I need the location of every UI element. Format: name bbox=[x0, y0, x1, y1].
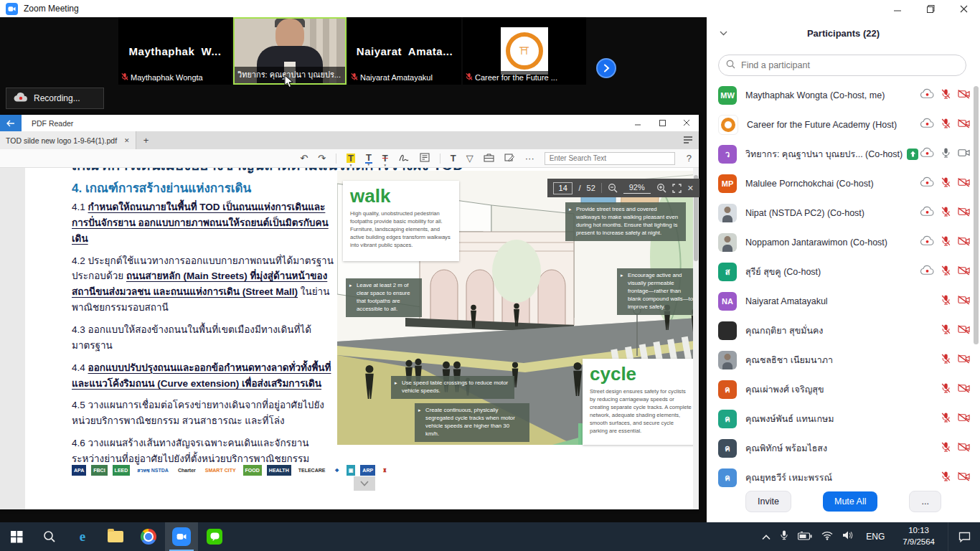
muted-mic-icon[interactable] bbox=[941, 88, 951, 103]
video-tile[interactable]: ⛩Career for the Future ... bbox=[463, 17, 586, 85]
participant-row[interactable]: คคุณพิทักษ์ พร้อมไธสง bbox=[707, 433, 980, 463]
pdf-document-tab[interactable]: TOD silde new logo 1-9-64(1).pdf ✕ bbox=[0, 131, 136, 149]
add-text-icon[interactable]: T bbox=[451, 154, 456, 163]
participant-row[interactable]: Nipat (NSTDA PC2) (Co-host) bbox=[707, 198, 980, 227]
taskbar-search-icon[interactable] bbox=[33, 522, 66, 551]
mic-on-icon[interactable] bbox=[941, 147, 951, 161]
muted-mic-icon[interactable] bbox=[941, 324, 951, 338]
muted-mic-icon[interactable] bbox=[941, 353, 951, 367]
muted-mic-icon[interactable] bbox=[941, 382, 951, 397]
current-page-input[interactable]: 14 bbox=[553, 182, 573, 194]
camera-on-icon[interactable] bbox=[958, 148, 970, 161]
participant-row[interactable]: ววิทยากร: คุณฐาปนา บุณยปร... (Co-host) bbox=[707, 139, 980, 169]
muted-mic-icon[interactable] bbox=[941, 206, 951, 220]
camera-off-icon[interactable] bbox=[958, 324, 970, 337]
muted-mic-icon[interactable] bbox=[941, 235, 951, 250]
signature-pen-icon[interactable] bbox=[398, 153, 410, 164]
pdf-scrollbar[interactable] bbox=[693, 168, 699, 509]
mute-all-button[interactable]: Mute All bbox=[823, 491, 877, 512]
muted-mic-icon[interactable] bbox=[941, 176, 951, 191]
muted-mic-icon[interactable] bbox=[941, 412, 951, 426]
video-tile[interactable]: Naiyarat Amata...Naiyarat Amatayakul bbox=[348, 17, 461, 85]
participant-row[interactable]: คคุณยุทธวีร์ เหมะพรรณ์ bbox=[707, 463, 980, 492]
camera-off-icon[interactable] bbox=[958, 413, 970, 425]
edge-browser-icon[interactable]: e bbox=[66, 522, 99, 551]
undo-icon[interactable]: ↶ bbox=[300, 154, 308, 163]
briefcase-icon[interactable] bbox=[484, 153, 494, 164]
minimize-button[interactable] bbox=[881, 0, 914, 17]
camera-off-icon[interactable] bbox=[958, 442, 970, 455]
participant-row[interactable]: Career for the Future Academy (Host) bbox=[707, 110, 980, 139]
start-button[interactable] bbox=[0, 522, 33, 551]
pdf-minimize-button[interactable] bbox=[626, 115, 650, 131]
next-videos-button[interactable] bbox=[596, 58, 616, 78]
muted-mic-icon[interactable] bbox=[941, 441, 951, 456]
camera-off-icon[interactable] bbox=[958, 118, 970, 131]
new-tab-button[interactable]: + bbox=[136, 135, 156, 146]
hidden-icons-chevron[interactable] bbox=[762, 530, 771, 543]
muted-mic-icon[interactable] bbox=[941, 265, 951, 279]
camera-off-icon[interactable] bbox=[958, 177, 970, 190]
participants-scrollbar[interactable] bbox=[974, 80, 979, 495]
app-icon[interactable] bbox=[198, 522, 231, 551]
close-button[interactable] bbox=[947, 0, 980, 17]
camera-off-icon[interactable] bbox=[958, 89, 970, 102]
participant-row[interactable]: Noppamon Jantarawimon (Co-host) bbox=[707, 227, 980, 257]
taskbar-clock[interactable]: 10:13 7/9/2564 bbox=[897, 525, 941, 547]
help-icon[interactable]: ? bbox=[687, 153, 692, 164]
muted-mic-icon[interactable] bbox=[941, 294, 951, 309]
wifi-icon[interactable] bbox=[821, 530, 833, 543]
language-indicator[interactable]: ENG bbox=[863, 532, 887, 542]
close-overlay-icon[interactable]: ✕ bbox=[687, 184, 694, 193]
zoom-taskbar-icon[interactable] bbox=[165, 522, 198, 551]
more-options-button[interactable]: ... bbox=[909, 491, 941, 512]
video-tile[interactable]: Maythaphak W...Maythaphak Wongta bbox=[118, 17, 232, 85]
tab-close-icon[interactable]: ✕ bbox=[124, 137, 130, 144]
chrome-browser-icon[interactable] bbox=[132, 522, 165, 551]
maximize-button[interactable] bbox=[914, 0, 947, 17]
participant-row[interactable]: คคุณพงษ์พันธ์ แทนเกษม bbox=[707, 404, 980, 433]
save-edit-icon[interactable] bbox=[504, 153, 515, 164]
participant-search-box[interactable] bbox=[718, 55, 966, 76]
muted-mic-icon[interactable] bbox=[941, 471, 951, 485]
participant-search-input[interactable] bbox=[740, 60, 958, 71]
strikethrough-text-icon[interactable]: T▾ bbox=[382, 154, 388, 163]
tab-menu-icon[interactable] bbox=[683, 134, 693, 147]
underline-text-icon[interactable]: T▾ bbox=[365, 153, 372, 164]
participant-row[interactable]: คคุณเผ่าพงศ์ เจริญสุข bbox=[707, 375, 980, 404]
file-explorer-icon[interactable] bbox=[99, 522, 132, 551]
participant-row[interactable]: สสุรีย์ สุขคู (Co-host) bbox=[707, 257, 980, 286]
speaker-icon[interactable] bbox=[842, 530, 854, 543]
action-center-icon[interactable] bbox=[948, 522, 980, 551]
invite-button[interactable]: Invite bbox=[745, 491, 791, 512]
back-button[interactable] bbox=[0, 115, 22, 131]
shape-tool-icon[interactable]: ▽ bbox=[466, 154, 473, 163]
camera-off-icon[interactable] bbox=[958, 354, 970, 367]
video-tile[interactable]: วิทยากร: คุณฐาปนา บุณยปร... bbox=[233, 17, 347, 85]
note-icon[interactable] bbox=[420, 153, 430, 164]
pdf-search-input[interactable] bbox=[545, 152, 675, 165]
camera-off-icon[interactable] bbox=[958, 471, 970, 484]
camera-off-icon[interactable] bbox=[958, 236, 970, 249]
fit-page-icon[interactable] bbox=[672, 184, 682, 193]
participant-row[interactable]: คุณกฤติยา สุขมั่นคง bbox=[707, 316, 980, 345]
participant-row[interactable]: MWMaythaphak Wongta (Co-host, me) bbox=[707, 80, 980, 110]
zoom-level[interactable]: 92% bbox=[623, 183, 651, 194]
zoom-out-icon[interactable] bbox=[608, 183, 618, 193]
pdf-maximize-button[interactable] bbox=[650, 115, 674, 131]
microphone-tray-icon[interactable] bbox=[780, 529, 788, 544]
camera-off-icon[interactable] bbox=[958, 207, 970, 220]
redo-icon[interactable]: ↷ bbox=[318, 154, 326, 163]
more-tools-icon[interactable]: ··· bbox=[525, 154, 534, 163]
participant-row[interactable]: คุณชลธิชา เนียมนาภา bbox=[707, 345, 980, 375]
participant-row[interactable]: MPMalulee Pornchokchai (Co-host) bbox=[707, 169, 980, 198]
camera-off-icon[interactable] bbox=[958, 383, 970, 396]
highlight-text-icon[interactable]: T▾ bbox=[347, 154, 355, 163]
scroll-down-button[interactable] bbox=[354, 476, 375, 491]
camera-off-icon[interactable] bbox=[958, 295, 970, 308]
battery-icon[interactable] bbox=[798, 530, 812, 543]
zoom-in-icon[interactable] bbox=[656, 183, 666, 193]
participant-row[interactable]: NANaiyarat Amatayakul bbox=[707, 286, 980, 316]
camera-off-icon[interactable] bbox=[958, 265, 970, 278]
pdf-close-button[interactable] bbox=[674, 115, 699, 131]
